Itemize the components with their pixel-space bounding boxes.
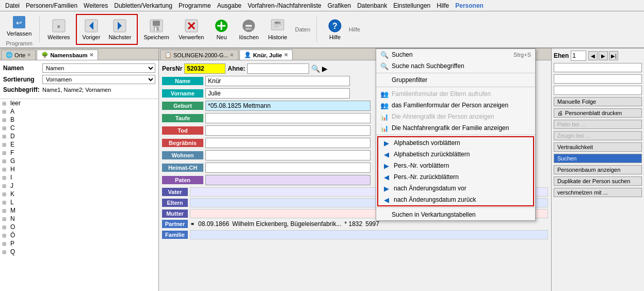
expand-j[interactable]: ⊞ — [2, 183, 10, 189]
tab-solingen-close[interactable]: ✕ — [230, 52, 234, 58]
tab-orte-close[interactable]: ✕ — [27, 52, 31, 58]
verlassen-button[interactable]: ↩ Verlassen — [3, 12, 35, 39]
namen-select[interactable]: Namen — [42, 63, 155, 73]
suchen-right-button[interactable]: Suchen — [554, 154, 642, 163]
tab-namensbaum-close[interactable]: ✕ — [89, 52, 93, 58]
ctx-familienformular-person[interactable]: 👥 das Familienformular der Person anzeig… — [376, 100, 535, 111]
expand-f[interactable]: ⊞ — [2, 150, 10, 156]
menu-grafiken[interactable]: Grafiken — [325, 1, 354, 10]
ctx-gruppenfilter[interactable]: Gruppenfilter — [376, 74, 535, 86]
manuelle-folge-button[interactable]: Manuelle Folge — [554, 97, 642, 106]
ctx-suche-suchbegriffe[interactable]: 🔍 Suche nach Suchbegriffen — [376, 60, 535, 72]
expand-p[interactable]: ⊞ — [2, 241, 10, 247]
tree-item-c[interactable]: ⊞ C — [0, 124, 158, 132]
tab-knur-close[interactable]: ✕ — [284, 52, 288, 58]
menu-datenbank[interactable]: Datenbank — [354, 1, 390, 10]
tab-knur[interactable]: 👤 Knür, Julie ✕ — [239, 50, 292, 60]
vorname-input[interactable] — [205, 88, 350, 99]
vertraulichkeit-button[interactable]: Vertraulichkeit — [554, 142, 642, 152]
ctx-alpha-vor[interactable]: ▶ Alphabetisch vorblättern — [378, 137, 533, 149]
ehen-end-button[interactable]: ▶| — [609, 51, 618, 60]
expand-h[interactable]: ⊞ — [2, 167, 10, 172]
naechster-button[interactable]: Nächster — [105, 16, 135, 43]
tree-item-k[interactable]: ⊞ K — [0, 190, 158, 198]
weiteres-button[interactable]: ≡ Weiteres — [44, 16, 73, 43]
tree-item-h[interactable]: ⊞ H — [0, 165, 158, 173]
menu-hilfe[interactable]: Hilfe — [433, 1, 452, 10]
tree-list[interactable]: ⊞ leer ⊞ A ⊞ B ⊞ C ⊞ D ⊞ E — [0, 99, 158, 291]
tree-item-f[interactable]: ⊞ F — [0, 149, 158, 157]
ehen-input[interactable] — [571, 51, 586, 61]
expand-o[interactable]: ⊞ — [2, 224, 10, 230]
expand-l[interactable]: ⊞ — [2, 200, 10, 205]
heimat-input[interactable] — [205, 163, 371, 173]
tree-item-b[interactable]: ⊞ B — [0, 116, 158, 124]
menu-dubletten[interactable]: Dubletten/Verkartung — [111, 1, 175, 10]
tree-item-n[interactable]: ⊞ N — [0, 215, 158, 223]
menu-personen[interactable]: Personen/Familien — [23, 1, 81, 10]
menu-weiteres[interactable]: Weiteres — [81, 1, 111, 10]
expand-c[interactable]: ⊞ — [2, 125, 10, 131]
tab-orte[interactable]: 🌐 Orte ✕ — [1, 50, 36, 60]
tree-item-oe[interactable]: ⊞ Ö — [0, 231, 158, 239]
taufe-input[interactable] — [205, 113, 371, 123]
tree-item-q[interactable]: ⊞ Q — [0, 248, 158, 256]
expand-n[interactable]: ⊞ — [2, 216, 10, 222]
ahne-input[interactable] — [247, 63, 309, 74]
tree-item-e[interactable]: ⊞ E — [0, 140, 158, 149]
tree-item-leer[interactable]: ⊞ leer — [0, 99, 158, 107]
menu-datei[interactable]: Datei — [2, 1, 23, 10]
neu-button[interactable]: Neu — [210, 16, 233, 43]
ctx-suchen[interactable]: 🔍 Suchen Strg+S — [376, 49, 535, 60]
tree-item-l[interactable]: ⊞ L — [0, 198, 158, 206]
ctx-pers-vor[interactable]: ▶ Pers.-Nr. vorblättern — [378, 160, 533, 171]
menu-ausgabe[interactable]: Ausgabe — [214, 1, 245, 10]
menu-vorfahren[interactable]: Vorfahren-/Nachfahrenliste — [245, 1, 325, 10]
tree-item-g[interactable]: ⊞ G — [0, 157, 158, 165]
tree-item-o[interactable]: ⊞ O — [0, 223, 158, 231]
ctx-aend-vor[interactable]: ▶ nach Änderungsdatum vor — [378, 183, 533, 194]
menu-programme[interactable]: Programme — [175, 1, 214, 10]
tod-input[interactable] — [205, 125, 371, 136]
expand-e[interactable]: ⊞ — [2, 142, 10, 148]
expand-i[interactable]: ⊞ — [2, 175, 10, 181]
expand-oe[interactable]: ⊞ — [2, 233, 10, 238]
ctx-pers-zurueck[interactable]: ◀ Pers.-Nr. zurückblättern — [378, 171, 533, 183]
tree-item-m[interactable]: ⊞ M — [0, 206, 158, 215]
ctx-nachfahrengrafik[interactable]: 📊 Die Nachfahrengrafik der Familie anzei… — [376, 122, 535, 134]
expand-leer[interactable]: ⊞ — [2, 101, 10, 106]
familie-input[interactable] — [190, 230, 548, 239]
expand-q[interactable]: ⊞ — [2, 249, 10, 255]
expand-a[interactable]: ⊞ — [2, 109, 10, 115]
name-input[interactable] — [205, 76, 350, 86]
search-icon-persnr[interactable]: 🔍 — [311, 64, 320, 73]
speichern-button[interactable]: Speichern — [140, 16, 173, 43]
sortierung-select[interactable]: Vornamen — [42, 75, 155, 84]
persnr-input[interactable] — [184, 63, 226, 74]
expand-b[interactable]: ⊞ — [2, 117, 10, 123]
tree-item-j[interactable]: ⊞ J — [0, 182, 158, 190]
geburt-input[interactable] — [205, 101, 371, 111]
ctx-aend-zurueck[interactable]: ◀ nach Änderungsdatum zurück — [378, 194, 533, 205]
personenblatt-button[interactable]: 🖨 Personenblatt drucken — [554, 108, 642, 118]
verschmelzen-button[interactable]: verschmelzen mit ... — [554, 188, 642, 197]
voriger-button[interactable]: Voriger — [79, 16, 104, 43]
begrab-input[interactable] — [205, 138, 371, 148]
expand-k[interactable]: ⊞ — [2, 191, 10, 197]
tab-namensbaum[interactable]: 🌳 Namensbaum ✕ — [37, 50, 98, 60]
tab-solingen[interactable]: 📋 SOLINGEN-2000-G... ✕ — [160, 50, 238, 60]
tree-item-p[interactable]: ⊞ P — [0, 239, 158, 248]
menu-einstellungen[interactable]: Einstellungen — [390, 1, 433, 10]
historie-button[interactable]: abc Historie — [264, 16, 291, 43]
paten-input[interactable] — [205, 175, 371, 185]
verwerfen-button[interactable]: Verwerfen — [175, 16, 208, 43]
expand-d[interactable]: ⊞ — [2, 134, 10, 139]
tree-item-a[interactable]: ⊞ A — [0, 107, 158, 116]
ctx-suchen-verkartung[interactable]: Suchen in Verkartungstabellen — [376, 209, 535, 220]
expand-g[interactable]: ⊞ — [2, 158, 10, 164]
tree-item-i[interactable]: ⊞ I — [0, 173, 158, 182]
loeschen-button[interactable]: abc löschen — [235, 16, 262, 43]
ctx-alpha-zurueck[interactable]: ◀ Alphabetisch zurückblättern — [378, 149, 533, 160]
arrow-icon-persnr[interactable]: ▶ — [322, 64, 328, 73]
ehen-prev-button[interactable]: ◀ — [588, 51, 598, 60]
